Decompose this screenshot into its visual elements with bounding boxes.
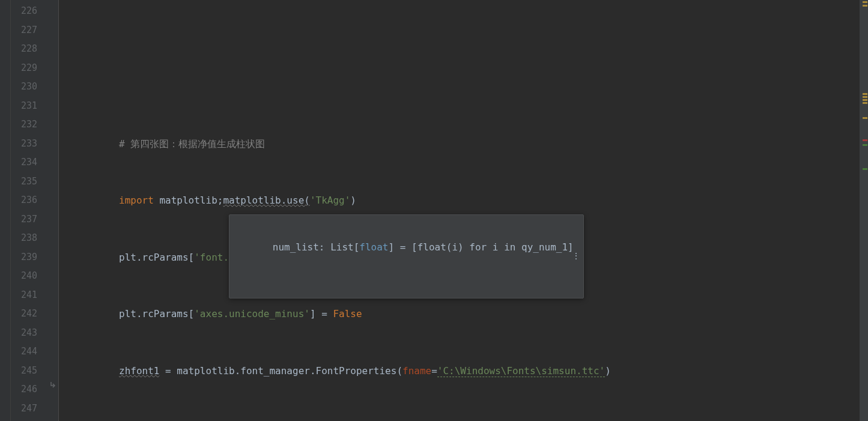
line-number[interactable]: 243 (11, 324, 37, 343)
type-hint-tooltip: num_list: List[float] = [float(i) for i … (229, 214, 584, 298)
line-number[interactable]: 247 (11, 399, 37, 419)
code-editor: 226 227 228 229 230 231 232 233 234 235 … (0, 0, 868, 421)
code-line[interactable]: plt.rcParams['axes.unicode_minus'] = Fal… (66, 304, 860, 324)
warning-marker[interactable] (863, 99, 867, 101)
line-number[interactable]: 231 (11, 97, 37, 116)
line-number[interactable]: 230 (11, 77, 37, 97)
line-number-gutter[interactable]: 226 227 228 229 230 231 232 233 234 235 … (11, 0, 48, 421)
line-number[interactable]: 239 (11, 248, 37, 267)
line-number[interactable]: 233 (11, 135, 37, 154)
warning-marker[interactable] (863, 102, 867, 104)
change-marker[interactable] (863, 168, 867, 170)
code-text-area[interactable]: # 第四张图：根据净值生成柱状图 import matplotlib;matpl… (59, 0, 860, 421)
change-marker[interactable] (863, 144, 867, 146)
line-number[interactable]: 236 (11, 191, 37, 210)
line-number[interactable]: 229 (11, 59, 37, 78)
error-marker[interactable] (863, 139, 867, 141)
code-line[interactable]: # 第四张图：根据净值生成柱状图 (66, 135, 860, 154)
code-line[interactable]: zhfont1 = matplotlib.font_manager.FontPr… (66, 362, 860, 381)
fold-gutter[interactable] (48, 0, 59, 421)
code-line[interactable]: name_list = title_list (66, 418, 860, 421)
warning-marker[interactable] (863, 117, 867, 119)
tooltip-more-icon[interactable]: ⋮ (572, 247, 580, 266)
code-line[interactable] (66, 77, 860, 97)
line-number[interactable]: 227 (11, 21, 37, 40)
code-line[interactable]: import matplotlib;matplotlib.use('TkAgg'… (66, 191, 860, 210)
line-number[interactable]: 241 (11, 286, 37, 305)
fold-end-icon[interactable] (49, 381, 58, 390)
vertical-scrollbar[interactable] (860, 0, 868, 421)
line-number[interactable]: 237 (11, 210, 37, 229)
line-number[interactable]: 232 (11, 115, 37, 135)
warning-marker[interactable] (863, 5, 867, 7)
breakpoint-gutter[interactable] (0, 0, 11, 421)
line-number[interactable]: 246 (11, 380, 37, 399)
line-number[interactable]: 235 (11, 172, 37, 192)
warning-marker[interactable] (863, 96, 867, 98)
warning-marker[interactable] (863, 1, 867, 3)
warning-marker[interactable] (863, 93, 867, 95)
line-number[interactable]: 228 (11, 40, 37, 59)
line-number[interactable]: 242 (11, 304, 37, 324)
line-number[interactable]: 234 (11, 153, 37, 172)
line-number[interactable]: 238 (11, 229, 37, 248)
line-number[interactable]: 240 (11, 267, 37, 286)
line-number[interactable]: 245 (11, 362, 37, 381)
line-number[interactable]: 244 (11, 342, 37, 362)
line-number[interactable]: 226 (11, 2, 37, 21)
